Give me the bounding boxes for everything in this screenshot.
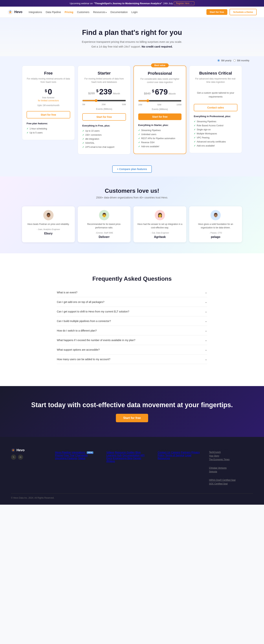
plan-card-business: Business Critical For advanced data requ…	[189, 66, 242, 153]
nav-customers[interactable]: Customers	[77, 11, 89, 14]
starter-events-label: Events (Millions)	[82, 108, 126, 110]
faq-item-2[interactable]: Can I get support to shift to Hevo from …	[57, 307, 207, 316]
plan-name-business: Business Critical	[194, 71, 238, 76]
starter-features-header: Everything in Free, plus:	[82, 124, 126, 127]
footer-link-engineering-blog[interactable]: Engineering Blog	[113, 457, 133, 460]
top-banner: Upcoming webinar on "ThoughtSpot's Journ…	[0, 0, 264, 6]
testimonial-card-3: 👨🏽 Hevo gives a solid foundation for an …	[189, 206, 242, 242]
logo-text: Hevo	[14, 10, 22, 14]
faq-item-5[interactable]: What happens if I exceed the number of e…	[57, 336, 207, 345]
customers-subtitle: 2500+ data-driven organizations from 40+…	[7, 196, 257, 199]
business-feature-item: Single sign-on	[194, 128, 238, 132]
logo[interactable]: Hevo	[7, 9, 22, 15]
nav-documentation[interactable]: Documentation	[110, 11, 128, 14]
footer-link-integrations[interactable]: Integrations NEW	[71, 451, 93, 454]
footer-company-title: COMPANY	[158, 448, 202, 451]
company-name-3: pelago	[193, 235, 238, 239]
footer-link-documentation[interactable]: Documentation	[122, 454, 140, 457]
company-name-0: Ebury	[26, 232, 71, 235]
plan-name-free: Free	[26, 71, 70, 76]
free-feature-item: Up to 5 users	[26, 131, 70, 135]
footer-news-yourstory[interactable]: Your Story	[209, 454, 253, 457]
testimonial-name-3: - Pawan, CTO	[193, 232, 238, 234]
footer-link-hevo-pipeline[interactable]: Hevo Pipeline	[55, 451, 71, 454]
footer-link-status[interactable]: Status	[78, 457, 85, 460]
footer-link-terms[interactable]: Terms of Service	[165, 454, 184, 457]
footer-link-partners[interactable]: Partners	[181, 451, 191, 454]
faq-section: Frequently Asked Questions What is an ev…	[49, 264, 215, 375]
nav-integrations[interactable]: Integrations	[29, 11, 42, 14]
free-link[interactable]: for limited connectors	[38, 99, 59, 102]
faq-item-7[interactable]: How many users can be added to my accoun…	[57, 354, 207, 364]
footer-security-hipaa: HIPAA One® Certified Seal	[209, 479, 253, 481]
faq-item-3[interactable]: Can I build multiple pipelines from a co…	[57, 316, 207, 326]
linkedin-icon[interactable]: in	[18, 454, 23, 460]
best-value-badge: Best value	[151, 63, 169, 67]
faq-item-0[interactable]: What is an event? ⌄	[57, 288, 207, 297]
faq-arrow-6: ⌄	[205, 348, 207, 351]
starter-features: Everything in Free, plus: Up to 10 users…	[82, 124, 126, 149]
footer-link-videos[interactable]: Videos	[106, 451, 114, 454]
footer-security-title: SECURITY	[209, 476, 253, 479]
footer-link-contact[interactable]: Contact Us	[158, 451, 170, 454]
plan-card-starter: Starter For moving limited amounts of da…	[78, 66, 131, 154]
starter-feature-item: dbt integration	[82, 137, 126, 141]
faq-item-6[interactable]: What support options are accessible? ⌄	[57, 345, 207, 354]
nav-pricing[interactable]: Pricing	[64, 11, 73, 14]
bill-monthly-label[interactable]: Bill monthly	[237, 59, 249, 62]
footer-link-changelog[interactable]: Changelog	[75, 454, 88, 457]
starter-feature-item: 150+ connectors	[82, 133, 126, 137]
footer-link-pricing[interactable]: Pricing	[55, 454, 63, 457]
footer-logo: Hevo	[11, 448, 48, 452]
faq-arrow-3: ⌄	[205, 319, 207, 323]
business-contact-button[interactable]: Contact sales	[194, 104, 238, 111]
starter-amount: 239	[99, 88, 112, 96]
faq-question-5: What happens if I exceed the number of e…	[57, 339, 135, 342]
bill-yearly-radio[interactable]	[218, 59, 220, 62]
professional-currency: $	[152, 89, 154, 94]
compare-button[interactable]: + Compare plan features	[112, 166, 152, 173]
footer-news-economictimes[interactable]: The Economic Times	[209, 458, 253, 461]
professional-events-slider[interactable]	[138, 99, 182, 102]
professional-slider-labels: 20M 50M 100M	[138, 104, 182, 106]
register-button[interactable]: Register Here →	[174, 2, 194, 5]
footer-link-blog[interactable]: Blog	[135, 451, 141, 454]
nav-start-free-button[interactable]: Start for free	[207, 9, 227, 15]
twitter-icon[interactable]: 𝕏	[11, 454, 16, 460]
free-start-button[interactable]: Start for free	[26, 111, 70, 118]
footer-link-learning-hub[interactable]: Learning Hub	[106, 454, 122, 457]
footer-news-techcrunch[interactable]: TechCrunch	[209, 451, 253, 454]
cta-button[interactable]: Start for free	[116, 414, 148, 422]
professional-start-button[interactable]: Start for free	[138, 114, 182, 120]
faq-arrow-1: ⌄	[205, 300, 207, 304]
faq-question-3: Can I build multiple pipelines from a co…	[57, 320, 111, 322]
nav-resources[interactable]: Resources	[93, 11, 107, 14]
starter-currency: $	[96, 88, 98, 93]
free-feature-item: 1-hour scheduling	[26, 127, 70, 131]
plan-desc-free: For reliably moving minimal amounts of d…	[26, 77, 70, 84]
starter-slider-container: 5M 20M 50M	[82, 99, 126, 106]
faq-arrow-4: ⌄	[205, 329, 207, 332]
nav-login[interactable]: Login	[131, 11, 138, 14]
professional-feature-item: Streaming Pipelines	[138, 128, 182, 132]
nav-schedule-demo-button[interactable]: Schedule a Demo	[230, 9, 257, 15]
business-features-header: Everything in Professional, plus:	[194, 115, 238, 118]
starter-events-slider[interactable]	[82, 99, 126, 102]
free-label: free forever	[26, 96, 70, 99]
starter-start-button[interactable]: Start for free	[82, 113, 126, 120]
professional-amount: 679	[155, 88, 168, 96]
bill-yearly-label[interactable]: Bill yearly	[221, 59, 232, 62]
testimonial-name-2: - Gal, Data Engineer	[137, 232, 183, 234]
faq-question-2: Can I get support to shift to Hevo from …	[57, 310, 129, 313]
footer-link-free-trial[interactable]: Free Trial	[64, 454, 74, 457]
faq-item-4[interactable]: How do I switch to a different plan? ⌄	[57, 326, 207, 336]
footer-link-upcoming[interactable]: Upcoming Features	[55, 457, 77, 460]
footer-link-careers[interactable]: Careers	[171, 451, 180, 454]
footer-link-resource-guides[interactable]: Resource Guides	[115, 451, 135, 454]
bill-monthly-radio[interactable]	[233, 59, 236, 62]
compare-section: + Compare plan features	[0, 162, 264, 176]
plan-name-starter: Starter	[82, 71, 126, 76]
footer-brand: Hevo 𝕏 in	[11, 448, 48, 486]
faq-item-1[interactable]: Can I get add-ons on top of all packages…	[57, 297, 207, 307]
nav-data-pipeline[interactable]: Data Pipeline	[46, 11, 61, 14]
